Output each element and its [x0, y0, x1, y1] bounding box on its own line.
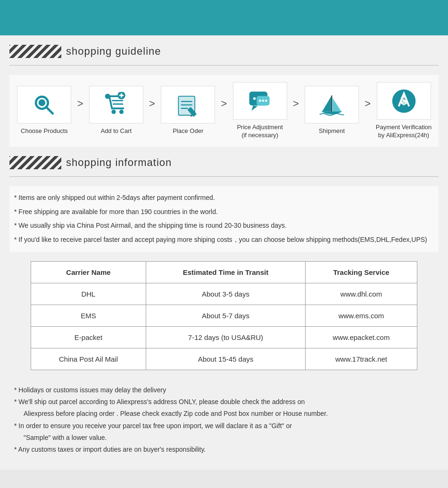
step-shipment: Shipment [304, 86, 360, 135]
step-place-order: Place Oder [160, 86, 216, 135]
info-line-3: * We usually ship via China Post Airmail… [9, 219, 439, 233]
arrow-1: > [77, 98, 83, 124]
col-transit: Estimated Time in Transit [146, 261, 305, 283]
bottom-info: * Holidays or customs issues may delay t… [9, 380, 439, 460]
table-row: EMS About 5-7 days www.ems.com [31, 305, 417, 326]
info-line-4: * If you'd like to receive parcel faster… [9, 233, 439, 247]
top-banner [0, 0, 448, 35]
table-header-row: Carrier Name Estimated Time in Transit T… [31, 261, 417, 283]
step-label-2: Add to Cart [100, 127, 132, 135]
arrow-4: > [293, 98, 299, 124]
carrier-ems: EMS [31, 305, 146, 326]
shipping-table: Carrier Name Estimated Time in Transit T… [31, 261, 417, 370]
svg-point-24 [259, 99, 261, 102]
transit-dhl: About 3-5 days [146, 283, 305, 305]
svg-point-20 [253, 97, 256, 100]
svg-point-8 [119, 110, 124, 114]
svg-marker-28 [332, 98, 341, 111]
step-label-1: Choose Products [21, 127, 68, 135]
svg-marker-27 [322, 95, 332, 111]
svg-point-1 [39, 99, 46, 107]
ship-icon [319, 92, 345, 118]
bottom-line-1: * Holidays or customs issues may delay t… [14, 384, 434, 396]
step-add-to-cart: Add to Cart [88, 86, 144, 135]
order-icon [175, 92, 201, 118]
col-tracking: Tracking Service [306, 261, 417, 283]
bottom-line-3b: "Sample" with a lower value. [14, 432, 434, 444]
bottom-line-2: * We'll ship out parcel according to Ali… [14, 396, 434, 408]
info-section: * Items are only shipped out within 2-5d… [9, 186, 439, 252]
information-divider [9, 176, 439, 177]
tracking-ems: www.ems.com [306, 305, 417, 326]
table-row: E-packet 7-12 days (to USA&RU) www.epack… [31, 326, 417, 348]
header-bar-decoration-2 [9, 156, 61, 169]
guideline-divider [9, 65, 439, 66]
transit-chinapost: About 15-45 days [146, 348, 305, 370]
arrow-2: > [149, 98, 155, 124]
step-icon-box-5 [305, 86, 359, 124]
step-icon-box-2 [89, 86, 143, 124]
arrow-5: > [365, 98, 371, 124]
svg-point-7 [111, 110, 116, 114]
bottom-line-3: * In order to ensure you receive your pa… [14, 420, 434, 432]
guideline-header: shopping guideline [9, 45, 439, 58]
step-label-4: Price Adjustment(if necessary) [237, 124, 283, 140]
tracking-chinapost: www.17track.net [306, 348, 417, 370]
svg-point-26 [265, 99, 267, 102]
cart-icon [103, 92, 129, 118]
table-row: DHL About 3-5 days www.dhl.com [31, 283, 417, 305]
transit-epacket: 7-12 days (to USA&RU) [146, 326, 305, 348]
header-bar-decoration [9, 45, 61, 58]
steps-container: Choose Products > Ad [9, 75, 439, 147]
search-icon [31, 92, 57, 118]
information-title: shopping information [66, 157, 172, 169]
chat-icon [247, 88, 273, 114]
tracking-dhl: www.dhl.com [306, 283, 417, 305]
bottom-line-4: * Any customs taxes or import duties are… [14, 444, 434, 455]
svg-point-25 [262, 99, 264, 102]
info-line-1: * Items are only shipped out within 2-5d… [9, 191, 439, 205]
step-icon-box-3 [161, 86, 215, 124]
col-carrier: Carrier Name [31, 261, 146, 283]
transit-ems: About 5-7 days [146, 305, 305, 326]
guideline-title: shopping guideline [66, 45, 161, 58]
step-icon-box-4 [233, 82, 287, 120]
step-label-3: Place Oder [173, 127, 203, 135]
carrier-dhl: DHL [31, 283, 146, 305]
tracking-epacket: www.epacket.com [306, 326, 417, 348]
information-header: shopping information [9, 156, 439, 169]
step-label-6: Payment Verificationby AliExpress(24h) [376, 124, 432, 140]
step-icon-box-6: $ [377, 82, 431, 120]
table-row: China Post Ail Mail About 15-45 days www… [31, 348, 417, 370]
bottom-line-2b: Aliexpress before placing order . Please… [14, 408, 434, 420]
step-payment-verification: $ Payment Verificationby AliExpress(24h) [375, 82, 432, 140]
payment-icon: $ [391, 88, 417, 114]
step-label-5: Shipment [319, 127, 345, 135]
svg-line-2 [46, 107, 53, 114]
arrow-3: > [221, 98, 227, 124]
carrier-chinapost: China Post Ail Mail [31, 348, 146, 370]
info-line-2: * Free shipping are available for more t… [9, 205, 439, 219]
step-choose-products: Choose Products [16, 86, 73, 135]
step-price-adjustment: Price Adjustment(if necessary) [232, 82, 288, 140]
step-icon-box-1 [17, 86, 71, 124]
carrier-epacket: E-packet [31, 326, 146, 348]
svg-marker-19 [251, 105, 257, 110]
